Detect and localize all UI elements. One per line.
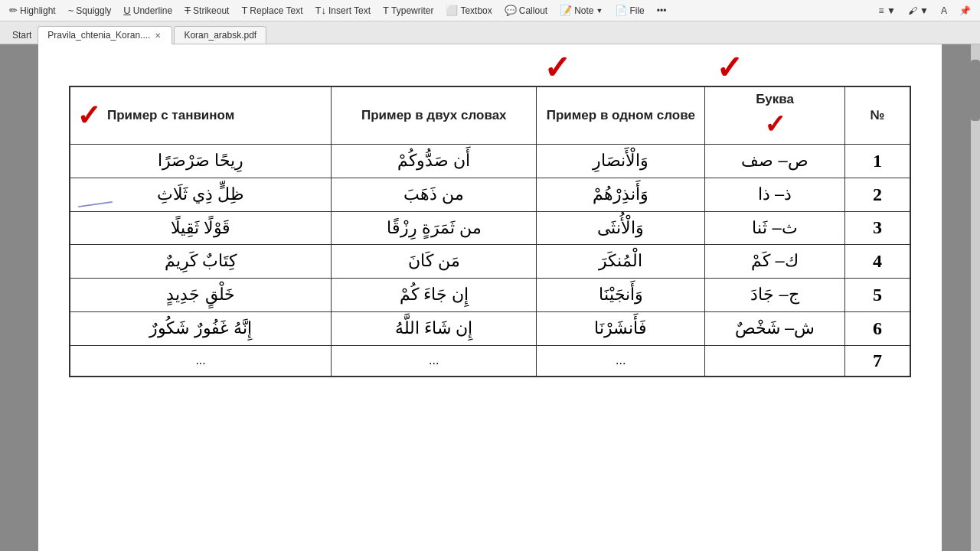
strikeout-tool[interactable]: T Strikeout xyxy=(180,3,234,18)
note-icon: 📝 xyxy=(560,5,572,16)
replace-text-tool[interactable]: T Replace Text xyxy=(237,3,307,18)
more-tools[interactable]: ••• xyxy=(652,4,671,18)
pdf-page: ✓ ✓ ✓ Пример с танвином Пример в двух сл… xyxy=(38,44,942,551)
squiggly-tool[interactable]: ~ Squiggly xyxy=(64,3,116,18)
header-check-bukva: ✓ xyxy=(711,109,838,139)
insert-text-tool[interactable]: T↓ Insert Text xyxy=(311,3,376,18)
cell-tanvin-4: كِتَابٌ كَرِيمٌ xyxy=(70,245,332,279)
highlight-tool[interactable]: ✏ Highlight xyxy=(5,3,60,18)
squiggly-icon: ~ xyxy=(68,5,74,16)
highlight-icon: ✏ xyxy=(9,5,18,16)
cell-num-2: 2 xyxy=(845,178,910,211)
font-size-tool[interactable]: A xyxy=(936,4,952,18)
cell-one-6: فَأَنشَرْنَا xyxy=(537,311,705,345)
tab-pravila[interactable]: Pravila_chtenia_Koran.... ✕ xyxy=(38,26,172,44)
cell-two-7: ... xyxy=(332,345,537,377)
cell-tanvin-6: إِنَّهُ غَفُورٌ شَكُورٌ xyxy=(70,311,332,345)
textbox-tool[interactable]: ⬜ Textbox xyxy=(441,3,496,18)
cell-bukva-2: ذ– ذا xyxy=(705,178,845,211)
typewriter-tool[interactable]: T Typewriter xyxy=(378,3,438,18)
header-num: № xyxy=(845,86,910,145)
header-bukva: Буква ✓ xyxy=(705,86,845,145)
cell-one-7: ... xyxy=(537,345,705,377)
cell-bukva-5: ج– جَادَ xyxy=(705,279,845,312)
header-check-left: ✓ xyxy=(77,99,101,132)
table-row: كِتَابٌ كَرِيمٌ مَن كَانَ الْمُنكَرَ ك– … xyxy=(70,245,910,279)
underline-tool[interactable]: U Underline xyxy=(119,3,177,18)
cell-num-4: 4 xyxy=(845,245,910,279)
table-row: خَلْقٍ جَدِيدٍ إِن جَاءَ كُمْ وَأَنجَيْن… xyxy=(70,279,910,312)
cell-num-6: 6 xyxy=(845,311,910,345)
cell-two-5: إِن جَاءَ كُمْ xyxy=(332,279,537,312)
cell-bukva-6: ش– شَخْصٌ xyxy=(705,311,845,345)
header-tanvin: ✓ Пример с танвином xyxy=(70,86,332,145)
cell-tanvin-7: ... xyxy=(70,345,332,377)
menu-icon[interactable]: ≡ ▼ xyxy=(874,4,900,18)
callout-tool[interactable]: 💬 Callout xyxy=(500,3,552,18)
checkmark-top-1: ✓ xyxy=(544,52,570,84)
cell-num-5: 5 xyxy=(845,279,910,312)
callout-icon: 💬 xyxy=(505,5,517,16)
toolbar: ✏ Highlight ~ Squiggly U Underline T Str… xyxy=(0,0,980,21)
cell-num-3: 3 xyxy=(845,211,910,245)
pin-tool[interactable]: 📌 xyxy=(955,4,975,18)
underline-icon: U xyxy=(123,5,130,16)
replace-text-icon: T xyxy=(241,5,247,16)
cell-one-1: وَالْأَنصَارِ xyxy=(537,145,705,178)
tab-close-1[interactable]: ✕ xyxy=(153,31,162,40)
typewriter-icon: T xyxy=(383,5,389,16)
table-row: ... ... ... 7 xyxy=(70,345,910,377)
checkmark-top-2: ✓ xyxy=(716,52,743,84)
cell-two-3: من ثَمَرَةٍ رِزْقًا xyxy=(332,211,537,245)
table-row: رِيحًا صَرْصَرًا أَن صَدُّوكُمْ وَالْأَن… xyxy=(70,145,910,178)
cell-two-1: أَن صَدُّوكُمْ xyxy=(332,145,537,178)
cell-two-2: من ذَهَبَ xyxy=(332,178,537,211)
cell-num-1: 1 xyxy=(845,145,910,178)
file-tool[interactable]: 📄 File xyxy=(610,3,648,18)
cell-num-7: 7 xyxy=(845,345,910,377)
note-dropdown-icon[interactable]: ▼ xyxy=(596,7,603,15)
textbox-icon: ⬜ xyxy=(446,5,458,16)
tab-koran[interactable]: Koran_arabsk.pdf xyxy=(174,26,266,44)
cell-two-6: إِن شَاءَ اللَّهُ xyxy=(332,311,537,345)
cell-tanvin-1: رِيحًا صَرْصَرًا xyxy=(70,145,332,178)
strikeout-icon: T xyxy=(185,5,191,16)
scrollbar[interactable] xyxy=(971,44,980,551)
cell-one-3: وَالْأُنثَى xyxy=(537,211,705,245)
tab-start[interactable]: Start xyxy=(6,27,38,44)
cell-one-2: وَأَنذِرْهُمْ xyxy=(537,178,705,211)
header-two-words: Пример в двух словах xyxy=(332,86,537,145)
cell-bukva-7 xyxy=(705,345,845,377)
cell-one-5: وَأَنجَيْنَا xyxy=(537,279,705,312)
note-tool[interactable]: 📝 Note ▼ xyxy=(555,3,607,18)
tabbar: Start Pravila_chtenia_Koran.... ✕ Koran_… xyxy=(0,21,980,44)
main-content: ✓ ✓ ✓ Пример с танвином Пример в двух сл… xyxy=(0,44,980,551)
cell-bukva-1: ص– صف xyxy=(705,145,845,178)
header-one-word: Пример в одном слове xyxy=(537,86,705,145)
cell-bukva-4: ك– كَمْ xyxy=(705,245,845,279)
file-icon: 📄 xyxy=(615,5,627,16)
cell-tanvin-3: قَوْلًا ثَقِيلًا xyxy=(70,211,332,245)
table-row: قَوْلًا ثَقِيلًا من ثَمَرَةٍ رِزْقًا وَا… xyxy=(70,211,910,245)
cell-tanvin-5: خَلْقٍ جَدِيدٍ xyxy=(70,279,332,312)
table-row: إِنَّهُ غَفُورٌ شَكُورٌ إِن شَاءَ اللَّه… xyxy=(70,311,910,345)
paint-tool[interactable]: 🖌 ▼ xyxy=(903,4,933,18)
cell-tanvin-2: ظِلٍّ ذِي ثَلَاثِ xyxy=(70,178,332,211)
cell-bukva-3: ث– ثَنا xyxy=(705,211,845,245)
arabic-table: ✓ Пример с танвином Пример в двух словах… xyxy=(69,86,911,377)
cell-one-4: الْمُنكَرَ xyxy=(537,245,705,279)
scrollbar-thumb[interactable] xyxy=(971,60,980,121)
cell-two-4: مَن كَانَ xyxy=(332,245,537,279)
insert-text-icon: T↓ xyxy=(315,5,326,16)
table-row: ظِلٍّ ذِي ثَلَاثِ من ذَهَبَ وَأَنذِرْهُم… xyxy=(70,178,910,211)
